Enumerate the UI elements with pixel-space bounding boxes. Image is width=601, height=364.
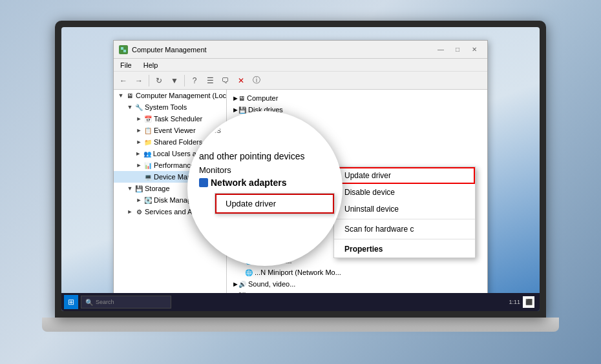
screen-bezel: Computer Management — □ ✕ File Help ← [55,21,546,318]
delete-button[interactable]: ✕ [234,74,248,88]
menubar: File Help [114,59,487,72]
dm-icon: 💻 [143,172,153,181]
close-button[interactable]: ✕ [467,43,482,56]
taskbar-search[interactable]: 🔍 Search [81,296,171,308]
ts-icon: 📅 [143,114,153,123]
magnifier-content: ...ices and other pointing devices Monit… [190,114,340,263]
mag-network-label: Network adapters [211,177,286,188]
mag-update-driver[interactable]: Update driver [215,194,334,214]
perf-expand: ► [134,161,143,170]
maximize-button[interactable]: □ [450,43,465,56]
ev-label: Event Viewer [154,126,196,134]
dsk-expand: ► [134,196,143,205]
mag-label-1: ...ices [195,125,335,135]
start-button[interactable]: ⊞ [64,295,78,309]
toolbar: ← → ↻ ▼ ? ☰ 🗨 ✕ ⓘ [114,72,487,90]
stor-label: Storage [145,185,170,192]
mag-context-menu: Update driver [215,193,335,214]
dev-computer[interactable]: ► 🖥 Computer [229,92,485,104]
lu-expand: ► [134,149,143,158]
help-button[interactable]: ? [187,74,202,88]
perf-icon: 📊 [143,161,153,170]
system-icon: 🔧 [134,103,143,112]
expand-icon: ▼ [116,91,125,100]
screen: Computer Management — □ ✕ File Help ← [61,27,540,311]
system-label: System Tools [145,103,187,111]
menu-file[interactable]: File [118,61,134,70]
menu-help[interactable]: Help [141,61,161,70]
ctx-scan-hardware[interactable]: Scan for hardware c [334,221,475,238]
toolbar-separator-2 [184,75,185,86]
magnifier: ...ices and other pointing devices Monit… [187,111,343,266]
window-title: Computer Management [132,46,207,54]
toolbar-btn-4[interactable]: 🗨 [218,74,233,88]
window-icon [119,45,128,54]
titlebar: Computer Management — □ ✕ [114,41,487,59]
taskbar-right: 1:11 ⬛ [509,296,537,308]
svg-rect-0 [121,47,123,50]
dev-computer-label: Computer [247,94,278,102]
forward-button[interactable]: → [132,74,146,88]
sf-icon: 📁 [143,137,153,147]
mag-pointing-devices: and other pointing devices [195,151,335,161]
root-icon: 🖥 [125,91,134,100]
info-button[interactable]: ⓘ [249,74,264,88]
taskbar: ⊞ 🔍 Search 1:11 ⬛ [61,293,540,311]
toolbar-separator-1 [149,75,149,86]
ctx-properties[interactable]: Properties [334,241,475,258]
dsk-icon: 💽 [143,196,153,205]
tree-system-tools[interactable]: ▼ 🔧 System Tools [114,101,226,113]
title-left: Computer Management [119,45,207,54]
refresh-button[interactable]: ↻ [152,74,166,88]
root-label: Computer Management (Loca [136,92,226,99]
window-controls: — □ ✕ [433,43,482,56]
mag-monitors: Monitors [195,165,335,175]
perf-label: Performance [154,161,195,169]
svc-icon: ⚙ [134,207,143,216]
ctx-uninstall-device[interactable]: Uninstall device [334,201,475,217]
network-adapter-icon [199,178,208,187]
laptop-base [42,318,559,332]
mag-network: Network adapters [195,177,335,188]
dev-wan-miniport-label: ...N Miniport (Network Mo... [255,268,341,276]
ctx-disable-device[interactable]: Disable device [334,184,475,201]
properties-button[interactable]: ▼ [167,74,182,88]
ctx-separator-2 [334,239,475,239]
dm-expand [134,172,143,181]
taskbar-notification[interactable]: ⬛ [523,296,534,308]
sf-expand: ► [134,137,143,147]
dev-sound[interactable]: ► 🔊 Sound, video... [229,278,485,290]
taskbar-time: 1:11 [509,299,520,305]
minimize-button[interactable]: — [433,43,448,56]
system-expand: ▼ [125,103,134,112]
ctx-update-driver[interactable]: Update driver [334,167,475,184]
search-placeholder: Search [96,299,114,305]
ev-icon: 📋 [143,126,153,135]
ctx-separator [334,219,475,219]
dev-wan-miniport[interactable]: 🌐 ...N Miniport (Network Mo... [229,267,485,278]
stor-icon: 💾 [134,184,143,193]
svc-expand: ► [125,207,134,216]
lu-icon: 👥 [143,149,152,158]
stor-expand: ▼ [125,184,134,193]
svg-rect-1 [123,50,126,52]
dev-sound-label: Sound, video... [248,280,295,288]
context-menu: Update driver Disable device Uninstall d… [333,167,476,258]
laptop-shell: Computer Management — □ ✕ File Help ← [42,21,559,343]
search-icon: 🔍 [85,299,93,306]
toolbar-btn-3[interactable]: ☰ [203,74,217,88]
tree-root[interactable]: ▼ 🖥 Computer Management (Loca [114,90,226,101]
back-button[interactable]: ← [116,74,131,88]
ts-expand: ► [134,114,143,123]
ev-expand: ► [134,126,143,135]
